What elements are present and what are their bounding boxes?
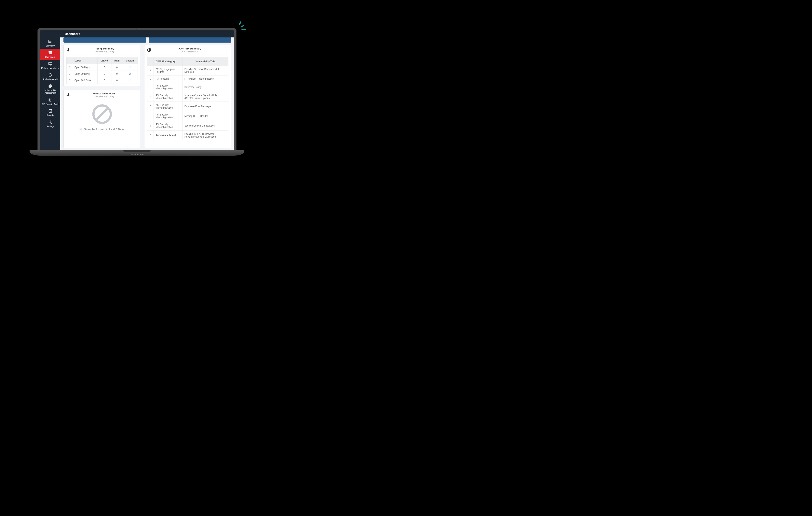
main-content: Aging Summary Malware Monitoring <box>60 37 234 150</box>
sidebar-item-label: Settings <box>41 125 60 128</box>
group-wise-alerts-card: Group Wise Alerts Malware Monitoring <box>63 90 141 148</box>
sidebar: Summary Dashboard Malware Monitoring <box>40 37 60 150</box>
dashboard-icon <box>48 51 52 55</box>
svg-rect-7 <box>49 53 52 54</box>
svg-rect-6 <box>49 52 52 53</box>
medium-link[interactable]: 2 <box>129 66 131 69</box>
svg-line-26 <box>67 95 67 95</box>
col-owasp-category: OWASP Category <box>153 57 182 66</box>
medium-link[interactable]: 2 <box>129 73 131 75</box>
sidebar-item-label: Vulnerability Assessment <box>41 89 60 94</box>
banner-right[interactable] <box>149 37 231 42</box>
pie-chart-icon <box>48 84 52 88</box>
table-row: 3 Open 180 Days 0 0 2 <box>67 77 138 84</box>
topbar: Dashboard <box>40 30 234 37</box>
svg-line-28 <box>67 95 67 96</box>
shield-icon <box>48 73 52 77</box>
sidebar-item-summary[interactable]: Summary <box>40 37 60 49</box>
table-row: 5 A5: Security Misconfiguration Database… <box>147 102 228 111</box>
no-scan-text: No Scan Performed in Last 5 Days <box>80 128 124 131</box>
sidebar-item-reports[interactable]: Reports <box>40 107 60 118</box>
owasp-table: OWASP Category Vulnerability Title 1 A2: <box>147 57 228 140</box>
svg-rect-8 <box>49 62 52 65</box>
table-row: 1 A2: Cryptographic Failures Possible Se… <box>147 66 228 76</box>
page-title: Dashboard <box>65 32 80 35</box>
svg-point-15 <box>50 122 51 123</box>
aging-summary-table: Label Critical High Medium <box>66 57 138 84</box>
medium-link[interactable]: 2 <box>129 79 131 82</box>
svg-line-31 <box>69 93 69 94</box>
sidebar-item-vulnerability-assessment[interactable]: Vulnerability Assessment <box>40 82 60 95</box>
card-title: Aging Summary <box>71 47 138 50</box>
api-icon: API <box>48 98 52 102</box>
app-screen: Dashboard Summary Dashboard <box>40 30 234 150</box>
card-subtitle: Malware Monitoring <box>71 50 138 53</box>
laptop-brand: MacBook Pro <box>130 153 143 156</box>
monitor-icon <box>48 62 52 66</box>
sidebar-item-malware-monitoring[interactable]: Malware Monitoring <box>40 60 60 71</box>
table-row: 6 A5: Security Misconfiguration Missing … <box>147 111 228 121</box>
table-row: 8 A6: Vulnerable and Possible BREACH (Br… <box>147 131 228 140</box>
table-row: 2 A3: Injection HTTP Host Header Injecti… <box>147 76 228 82</box>
camera-dot <box>136 28 138 30</box>
svg-rect-5 <box>49 51 52 52</box>
sidebar-item-application-audit[interactable]: Application Audit <box>40 71 60 82</box>
svg-line-29 <box>69 95 70 96</box>
summary-icon <box>48 39 52 44</box>
contrast-icon <box>147 48 151 52</box>
edit-icon <box>48 109 52 113</box>
svg-rect-4 <box>51 42 52 42</box>
sidebar-item-label: Reports <box>41 114 60 116</box>
sidebar-item-label: Summary <box>41 45 60 47</box>
bug-icon <box>66 92 71 97</box>
svg-line-33 <box>97 109 108 119</box>
col-label: Label <box>73 57 97 64</box>
svg-line-21 <box>69 51 70 51</box>
aging-summary-card: Aging Summary Malware Monitoring <box>63 45 141 87</box>
sidebar-item-dashboard[interactable]: Dashboard <box>40 49 60 60</box>
gear-icon <box>48 120 52 124</box>
col-medium: Medium <box>122 57 138 64</box>
banner-row <box>63 37 231 42</box>
svg-text:API: API <box>50 99 51 100</box>
banner-left[interactable] <box>63 37 146 42</box>
sidebar-item-label: Malware Monitoring <box>41 67 60 69</box>
sidebar-item-api-security-audit[interactable]: API API Security Audit <box>40 96 60 107</box>
svg-rect-3 <box>51 41 52 42</box>
table-row: 7 A5: Security Misconfiguration Session … <box>147 121 228 131</box>
table-row: 1 Open 30 Days 0 0 2 <box>67 64 138 71</box>
card-title: Group Wise Alerts <box>71 92 138 95</box>
owasp-summary-card: OWASP Summary Application Audit <box>144 45 231 148</box>
table-row: 3 A5: Security Misconfiguration Director… <box>147 82 228 92</box>
sidebar-item-label: Dashboard <box>41 56 60 58</box>
card-title: OWASP Summary <box>151 47 229 50</box>
table-row: 2 Open 90 Days 0 0 2 <box>67 71 138 77</box>
card-subtitle: Malware Monitoring <box>71 95 138 97</box>
col-vulnerability-title: Vulnerability Title <box>182 57 228 66</box>
laptop-mockup: Dashboard Summary Dashboard <box>37 28 236 166</box>
no-data-icon <box>91 103 113 125</box>
laptop-base: MacBook Pro <box>30 150 244 156</box>
bug-icon <box>66 48 71 52</box>
sidebar-item-settings[interactable]: Settings <box>40 118 60 129</box>
svg-line-22 <box>68 48 68 49</box>
laptop-shadow <box>30 156 244 166</box>
sidebar-item-label: API Security Audit <box>41 103 60 106</box>
svg-line-30 <box>68 93 68 94</box>
svg-line-23 <box>69 48 69 49</box>
card-subtitle: Application Audit <box>151 50 229 53</box>
sparkle-decoration <box>236 22 248 33</box>
table-row: 4 A5: Security Misconfiguration Insecure… <box>147 92 228 102</box>
svg-line-20 <box>67 51 67 51</box>
sidebar-item-label: Application Audit <box>41 78 60 81</box>
col-critical: Critical <box>97 57 112 64</box>
col-high: High <box>112 57 122 64</box>
svg-line-27 <box>69 95 70 95</box>
svg-rect-2 <box>49 41 50 42</box>
